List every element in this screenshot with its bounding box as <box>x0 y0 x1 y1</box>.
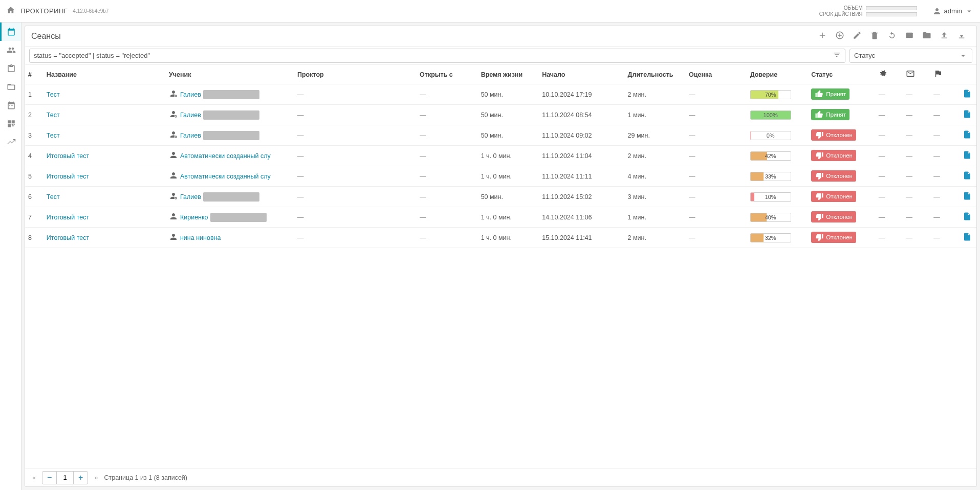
cell-flag: — <box>930 207 958 228</box>
cell-start: 15.10.2024 11:41 <box>539 228 624 248</box>
cell-duration: 2 мин. <box>625 146 686 166</box>
app-version: 4.12.0-6b4e9b7 <box>73 8 108 14</box>
student-icon <box>169 232 178 243</box>
pdf-icon[interactable] <box>901 31 918 41</box>
row-file-icon[interactable] <box>958 187 976 207</box>
status-badge: Принят <box>811 88 850 100</box>
cell-name[interactable]: Итоговый тест <box>43 207 166 228</box>
cell-status: Отклонен <box>808 207 876 228</box>
cell-proctor: — <box>294 166 417 187</box>
col-mail[interactable] <box>903 65 930 84</box>
col-student[interactable]: Ученик <box>166 65 294 84</box>
table-row[interactable]: 8Итоговый тест нина ниновна ——1 ч. 0 мин… <box>25 228 976 248</box>
row-file-icon[interactable] <box>958 146 976 166</box>
student-link[interactable]: Галиев <box>180 132 201 139</box>
student-link[interactable]: Автоматически созданный слу <box>180 152 271 160</box>
cell-name[interactable]: Тест <box>43 84 166 105</box>
sidebar-item-widgets[interactable] <box>0 115 21 133</box>
cell-status: Отклонен <box>808 125 876 146</box>
table-row[interactable]: 7Итоговый тест Кириенко ——1 ч. 0 мин.14.… <box>25 207 976 228</box>
filter-icon[interactable] <box>833 51 841 60</box>
cell-status: Принят <box>808 105 876 125</box>
cell-name[interactable]: Тест <box>43 187 166 207</box>
pager-first[interactable]: « <box>30 474 38 481</box>
status-badge: Отклонен <box>811 150 856 161</box>
add-icon[interactable] <box>814 31 831 41</box>
masked-text <box>203 110 259 120</box>
sidebar-item-analytics[interactable] <box>0 133 21 151</box>
pager-input[interactable] <box>57 472 73 484</box>
sidebar-item-folder[interactable] <box>0 78 21 96</box>
cell-name[interactable]: Итоговый тест <box>43 146 166 166</box>
student-link[interactable]: Кириенко <box>180 214 208 221</box>
cell-bug: — <box>876 84 903 105</box>
cell-grade: — <box>686 105 747 125</box>
row-file-icon[interactable] <box>958 166 976 187</box>
table-row[interactable]: 6Тест Галиев ——50 мин.11.10.2024 15:023 … <box>25 187 976 207</box>
col-flag[interactable] <box>930 65 958 84</box>
student-link[interactable]: Галиев <box>180 193 201 201</box>
table-row[interactable]: 3Тест Галиев ——50 мин.11.10.2024 09:0229… <box>25 125 976 146</box>
cell-proctor: — <box>294 207 417 228</box>
sidebar-item-sessions[interactable] <box>0 23 21 41</box>
status-badge: Отклонен <box>811 232 856 243</box>
col-start[interactable]: Начало <box>539 65 624 84</box>
upload-icon[interactable] <box>935 31 953 41</box>
pager-last[interactable]: » <box>92 474 100 481</box>
edit-icon[interactable] <box>848 31 866 41</box>
cell-n: 8 <box>25 228 43 248</box>
user-menu[interactable]: admin <box>932 7 974 16</box>
row-file-icon[interactable] <box>958 125 976 146</box>
filter-input[interactable] <box>34 52 833 59</box>
col-trust[interactable]: Доверие <box>747 65 809 84</box>
cell-name[interactable]: Тест <box>43 125 166 146</box>
pager-next[interactable]: + <box>73 472 88 484</box>
col-grade[interactable]: Оценка <box>686 65 747 84</box>
col-lifetime[interactable]: Время жизни <box>478 65 539 84</box>
cell-n: 4 <box>25 146 43 166</box>
row-file-icon[interactable] <box>958 228 976 248</box>
col-name[interactable]: Название <box>43 65 166 84</box>
cell-status: Отклонен <box>808 228 876 248</box>
delete-icon[interactable] <box>866 31 883 41</box>
cell-name[interactable]: Тест <box>43 105 166 125</box>
sort-label: Статус <box>854 52 875 59</box>
sidebar-item-users[interactable] <box>0 41 21 59</box>
refresh-icon[interactable] <box>883 31 901 41</box>
row-file-icon[interactable] <box>958 84 976 105</box>
row-file-icon[interactable] <box>958 105 976 125</box>
pager-prev[interactable]: − <box>42 472 57 484</box>
cell-open-from: — <box>417 228 478 248</box>
col-status[interactable]: Статус <box>808 65 876 84</box>
cell-status: Отклонен <box>808 146 876 166</box>
schedule-icon[interactable] <box>831 31 848 41</box>
table-row[interactable]: 2Тест Галиев ——50 мин.11.10.2024 08:541 … <box>25 105 976 125</box>
sidebar-item-clipboard[interactable] <box>0 59 21 78</box>
table-row[interactable]: 4Итоговый тест Автоматически созданный с… <box>25 146 976 166</box>
student-link[interactable]: нина ниновна <box>180 234 221 241</box>
col-proctor[interactable]: Проктор <box>294 65 417 84</box>
download-icon[interactable] <box>953 31 970 41</box>
student-link[interactable]: Галиев <box>180 91 201 98</box>
row-file-icon[interactable] <box>958 207 976 228</box>
sidebar-item-calendar[interactable] <box>0 96 21 115</box>
cell-name[interactable]: Итоговый тест <box>43 228 166 248</box>
home-icon[interactable] <box>6 6 15 16</box>
table-row[interactable]: 5Итоговый тест Автоматически созданный с… <box>25 166 976 187</box>
table-row[interactable]: 1Тест Галиев ——50 мин.10.10.2024 17:192 … <box>25 84 976 105</box>
col-open-from[interactable]: Открыть с <box>417 65 478 84</box>
user-name: admin <box>944 7 962 15</box>
cell-n: 5 <box>25 166 43 187</box>
student-link[interactable]: Автоматически созданный слу <box>180 173 271 180</box>
cell-name[interactable]: Итоговый тест <box>43 166 166 187</box>
col-duration[interactable]: Длительность <box>625 65 686 84</box>
col-bug[interactable] <box>876 65 903 84</box>
cell-mail: — <box>903 207 930 228</box>
col-n[interactable]: # <box>25 65 43 84</box>
cell-student: Галиев <box>166 84 294 105</box>
sort-select[interactable]: Статус <box>850 49 972 63</box>
student-link[interactable]: Галиев <box>180 112 201 119</box>
cell-bug: — <box>876 228 903 248</box>
archive-icon[interactable] <box>918 31 935 41</box>
cell-trust: 0% <box>747 125 809 146</box>
